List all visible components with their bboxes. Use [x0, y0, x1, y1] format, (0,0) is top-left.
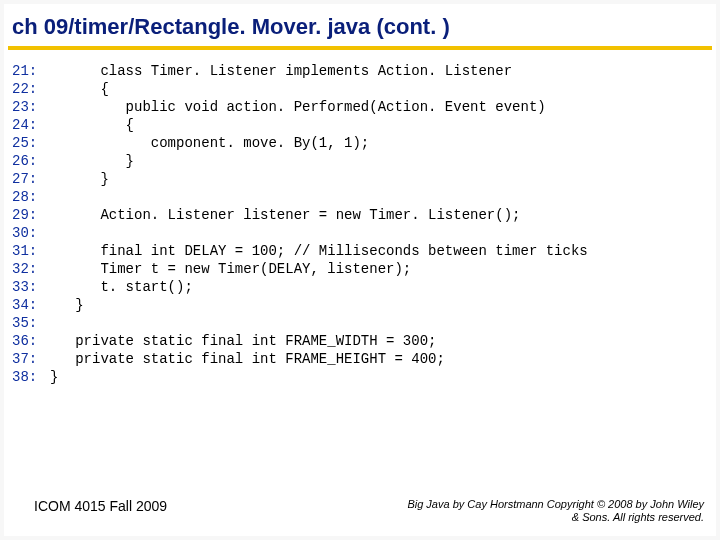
code-line: 21: class Timer. Listener implements Act…	[12, 62, 708, 80]
line-number: 35:	[12, 314, 50, 332]
code-text: }	[50, 296, 708, 314]
code-text	[50, 224, 708, 242]
line-number: 21:	[12, 62, 50, 80]
line-number: 34:	[12, 296, 50, 314]
line-number: 26:	[12, 152, 50, 170]
code-line: 33: t. start();	[12, 278, 708, 296]
line-number: 29:	[12, 206, 50, 224]
code-line: 22: {	[12, 80, 708, 98]
footer-right: Big Java by Cay Horstmann Copyright © 20…	[407, 498, 704, 524]
code-text: private static final int FRAME_HEIGHT = …	[50, 350, 708, 368]
code-text: {	[50, 116, 708, 134]
line-number: 30:	[12, 224, 50, 242]
code-text: class Timer. Listener implements Action.…	[50, 62, 708, 80]
code-line: 35:	[12, 314, 708, 332]
title-rule	[8, 46, 712, 50]
code-text: Timer t = new Timer(DELAY, listener);	[50, 260, 708, 278]
line-number: 36:	[12, 332, 50, 350]
code-line: 38:}	[12, 368, 708, 386]
line-number: 33:	[12, 278, 50, 296]
code-text: }	[50, 368, 708, 386]
code-block: 21: class Timer. Listener implements Act…	[4, 58, 716, 386]
code-line: 30:	[12, 224, 708, 242]
code-line: 28:	[12, 188, 708, 206]
footer-left: ICOM 4015 Fall 2009	[34, 498, 167, 514]
code-line: 34: }	[12, 296, 708, 314]
code-text	[50, 314, 708, 332]
code-text	[50, 188, 708, 206]
line-number: 38:	[12, 368, 50, 386]
line-number: 25:	[12, 134, 50, 152]
code-line: 36: private static final int FRAME_WIDTH…	[12, 332, 708, 350]
line-number: 37:	[12, 350, 50, 368]
code-text: }	[50, 152, 708, 170]
code-line: 23: public void action. Performed(Action…	[12, 98, 708, 116]
line-number: 23:	[12, 98, 50, 116]
code-text: t. start();	[50, 278, 708, 296]
code-text: component. move. By(1, 1);	[50, 134, 708, 152]
code-line: 25: component. move. By(1, 1);	[12, 134, 708, 152]
code-text: {	[50, 80, 708, 98]
code-line: 31: final int DELAY = 100; // Millisecon…	[12, 242, 708, 260]
code-line: 27: }	[12, 170, 708, 188]
code-line: 26: }	[12, 152, 708, 170]
line-number: 28:	[12, 188, 50, 206]
code-text: }	[50, 170, 708, 188]
line-number: 22:	[12, 80, 50, 98]
line-number: 31:	[12, 242, 50, 260]
code-text: private static final int FRAME_WIDTH = 3…	[50, 332, 708, 350]
line-number: 32:	[12, 260, 50, 278]
code-text: final int DELAY = 100; // Milliseconds b…	[50, 242, 708, 260]
copyright-line1: Big Java by Cay Horstmann Copyright © 20…	[407, 498, 704, 511]
code-line: 37: private static final int FRAME_HEIGH…	[12, 350, 708, 368]
code-text: Action. Listener listener = new Timer. L…	[50, 206, 708, 224]
code-text: public void action. Performed(Action. Ev…	[50, 98, 708, 116]
line-number: 27:	[12, 170, 50, 188]
copyright-line2: & Sons. All rights reserved.	[407, 511, 704, 524]
line-number: 24:	[12, 116, 50, 134]
page-title: ch 09/timer/Rectangle. Mover. java (cont…	[4, 4, 716, 46]
slide: ch 09/timer/Rectangle. Mover. java (cont…	[4, 4, 716, 536]
code-line: 29: Action. Listener listener = new Time…	[12, 206, 708, 224]
code-line: 24: {	[12, 116, 708, 134]
code-line: 32: Timer t = new Timer(DELAY, listener)…	[12, 260, 708, 278]
